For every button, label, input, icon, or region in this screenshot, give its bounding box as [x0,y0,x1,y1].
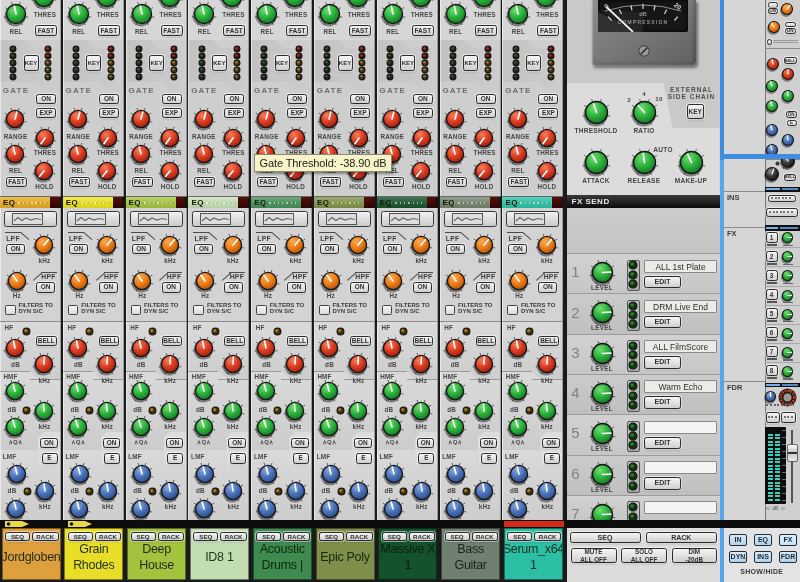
svg-text:dB: dB [639,11,646,17]
svg-text:20: 20 [673,1,683,11]
